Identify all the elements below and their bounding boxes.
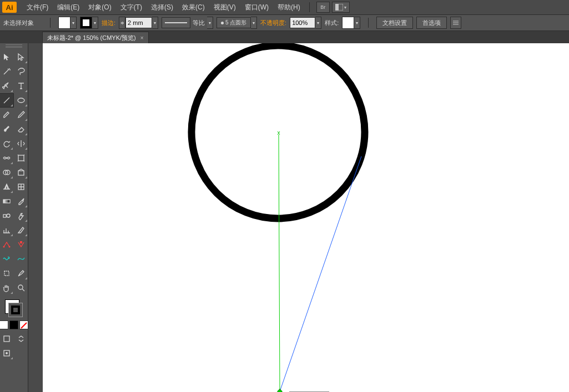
bridge-label: Br — [320, 4, 325, 10]
paintbrush-tool[interactable] — [0, 108, 14, 122]
arrange-documents-button[interactable]: ▾ — [332, 2, 350, 13]
stroke-profile-dropdown[interactable]: ▾ — [207, 17, 213, 29]
menu-select[interactable]: 选择(S) — [147, 0, 178, 14]
stroke-weight-input[interactable] — [125, 17, 152, 28]
ellipse-tool[interactable] — [14, 93, 28, 108]
stroke-weight-dropdown[interactable]: ▾ — [152, 17, 158, 29]
stroke-swatch[interactable] — [80, 17, 92, 29]
preferences-button[interactable]: 首选项 — [416, 17, 447, 29]
svg-rect-16 — [4, 336, 9, 342]
hand-tool[interactable] — [0, 281, 14, 295]
close-tab-button[interactable]: × — [140, 35, 144, 41]
stroke-box[interactable] — [8, 303, 23, 317]
menu-type[interactable]: 文字(T) — [116, 0, 147, 14]
document-setup-button[interactable]: 文档设置 — [376, 17, 413, 29]
stroke-profile-group[interactable]: 等比 ▾ — [162, 17, 213, 29]
teal-curve-tool[interactable] — [14, 252, 28, 266]
style-swatch-group[interactable]: ▾ — [342, 17, 360, 29]
type-tool[interactable] — [14, 79, 28, 93]
free-transform-tool[interactable] — [14, 151, 28, 165]
brush-dropdown[interactable]: ▾ — [251, 17, 257, 29]
reflect-tool[interactable] — [14, 136, 28, 151]
direct-selection-tool[interactable] — [14, 50, 28, 64]
canvas-area: x D: 323.82 pt 252° — [28, 43, 569, 392]
fill-swatch[interactable] — [58, 17, 71, 29]
stroke-weight-stepper[interactable]: ≑ — [119, 17, 125, 29]
blend-tool[interactable] — [0, 208, 14, 223]
panel-menu-icon — [452, 20, 459, 26]
stroke-weight-field[interactable]: ≑ ▾ — [119, 17, 158, 29]
toolbox-grip[interactable] — [6, 44, 22, 48]
document-tabs: 未标题-2* @ 150% (CMYK/预览) × — [0, 31, 569, 44]
stroke-dropdown[interactable]: ▾ — [92, 17, 98, 29]
screen-mode-normal[interactable] — [0, 332, 14, 346]
menu-object[interactable]: 对象(O) — [84, 0, 115, 14]
color-mode-none[interactable] — [19, 320, 28, 329]
perspective-grid-tool[interactable] — [0, 180, 14, 194]
brush-definition-group[interactable]: 5 点圆形 ▾ — [216, 17, 257, 29]
live-paint-bucket-tool[interactable] — [14, 165, 28, 180]
color-mode-row — [0, 320, 28, 329]
rotate-tool[interactable] — [0, 136, 14, 151]
opacity-dropdown[interactable]: ▾ — [315, 17, 321, 29]
line-segment-tool[interactable] — [0, 93, 14, 108]
menu-edit[interactable]: 编辑(E) — [53, 0, 84, 14]
artwork-svg: x — [43, 43, 569, 392]
eraser-tool[interactable] — [14, 122, 28, 136]
fill-dropdown[interactable]: ▾ — [71, 17, 77, 29]
canvas-gutter — [28, 43, 43, 392]
teal-wave-tool[interactable] — [0, 252, 14, 266]
svg-point-15 — [18, 285, 23, 289]
stroke-swatch-group[interactable]: ▾ — [80, 17, 98, 29]
lasso-tool[interactable] — [14, 64, 28, 79]
panel-menu-button[interactable] — [450, 17, 461, 29]
bridge-button[interactable]: Br — [316, 2, 330, 13]
menu-help[interactable]: 帮助(H) — [273, 0, 305, 14]
opacity-field[interactable]: ▾ — [290, 17, 321, 29]
color-mode-gradient[interactable] — [9, 320, 18, 329]
anchor-red-tool[interactable] — [0, 237, 14, 252]
selection-tool[interactable] — [0, 50, 14, 64]
document-tab[interactable]: 未标题-2* @ 150% (CMYK/预览) × — [42, 32, 149, 43]
pen-tool[interactable] — [0, 79, 14, 93]
mesh-tool[interactable] — [14, 180, 28, 194]
svg-rect-8 — [3, 200, 10, 203]
svg-point-2 — [18, 98, 24, 103]
shape-builder-tool[interactable] — [0, 165, 14, 180]
opacity-input[interactable] — [290, 17, 315, 28]
screen-mode-switch[interactable] — [14, 332, 28, 346]
svg-rect-13 — [20, 241, 22, 243]
slice-tool[interactable] — [14, 223, 28, 237]
opacity-label: 不透明度: — [260, 19, 286, 27]
anchor-red-tool-2[interactable] — [14, 237, 28, 252]
knife-tool[interactable] — [14, 266, 28, 281]
menu-view[interactable]: 视图(V) — [209, 0, 240, 14]
artboard[interactable]: x D: 323.82 pt 252° — [43, 43, 569, 392]
edit-inside-tool[interactable] — [0, 346, 14, 360]
eyedropper-tool[interactable] — [14, 194, 28, 208]
menu-window[interactable]: 窗口(W) — [240, 0, 273, 14]
toolbox — [0, 43, 28, 392]
fill-stroke-control[interactable] — [4, 298, 24, 318]
fill-swatch-group[interactable]: ▾ — [58, 17, 77, 29]
brush-preview[interactable]: 5 点圆形 — [216, 17, 251, 28]
style-swatch[interactable] — [342, 17, 354, 29]
menu-file[interactable]: 文件(F) — [22, 0, 53, 14]
width-tool[interactable] — [0, 151, 14, 165]
pencil-tool[interactable] — [14, 108, 28, 122]
magic-wand-tool[interactable] — [0, 64, 14, 79]
column-graph-tool[interactable] — [0, 223, 14, 237]
zoom-tool[interactable] — [14, 281, 28, 295]
svg-point-10 — [7, 214, 10, 217]
document-tab-title: 未标题-2* @ 150% (CMYK/预览) — [47, 34, 136, 42]
svg-rect-23 — [278, 389, 282, 392]
artboard-tool[interactable] — [0, 266, 14, 281]
symbol-sprayer-tool[interactable] — [14, 208, 28, 223]
style-dropdown[interactable]: ▾ — [354, 17, 360, 29]
stroke-profile-preview[interactable] — [162, 17, 190, 28]
color-mode-solid[interactable] — [0, 320, 8, 329]
style-label: 样式: — [325, 19, 339, 27]
menu-effect[interactable]: 效果(C) — [178, 0, 209, 14]
blob-brush-tool[interactable] — [0, 122, 14, 136]
gradient-tool[interactable] — [0, 194, 14, 208]
